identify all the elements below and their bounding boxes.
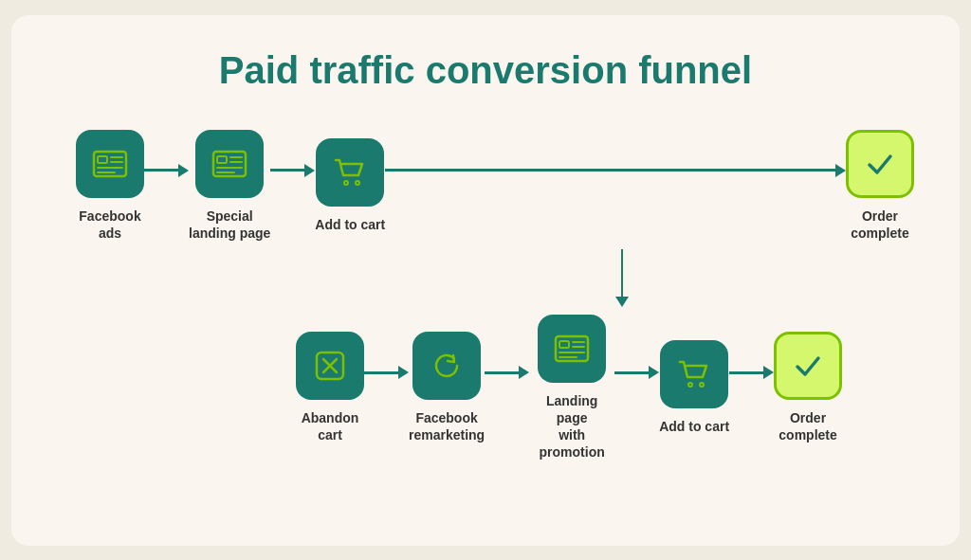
arrow-2 — [270, 164, 315, 177]
node-fb-remarketing: Facebookremarketing — [409, 332, 485, 443]
svg-rect-18 — [559, 341, 569, 348]
vertical-arrow-container — [57, 249, 914, 307]
landing-icon — [210, 144, 249, 184]
bottom-row: Abandoncart Facebookremarketing — [57, 315, 914, 461]
special-landing-icon-box — [195, 130, 264, 198]
svg-point-13 — [356, 181, 359, 185]
facebook-ads-label: Facebookads — [79, 208, 140, 242]
abandon-cart-label: Abandoncart — [302, 409, 359, 443]
node-abandon-cart: Abandoncart — [296, 332, 364, 443]
node-landing-promo: Landing pagewith promotion — [529, 315, 614, 461]
landing-promo-label: Landing pagewith promotion — [529, 392, 614, 461]
add-to-cart-2-label: Add to cart — [659, 418, 729, 435]
facebook-ads-icon-box — [76, 130, 144, 198]
node-add-to-cart-1: Add to cart — [315, 138, 385, 233]
node-special-landing: Speciallanding page — [189, 130, 270, 242]
node-order-complete-2: Ordercomplete — [774, 332, 842, 443]
cart-icon-2 — [674, 354, 714, 394]
arrow-5 — [614, 366, 659, 379]
svg-point-24 — [700, 383, 704, 387]
special-landing-label: Speciallanding page — [189, 208, 270, 242]
arrow-4 — [485, 366, 529, 379]
order-complete-2-icon-box — [774, 332, 842, 400]
page-title: Paid traffic conversion funnel — [219, 49, 752, 92]
arrow-6 — [729, 366, 774, 379]
landing-promo-icon — [552, 329, 592, 369]
add-to-cart-1-label: Add to cart — [315, 216, 385, 233]
funnel-container: Facebookads — [57, 130, 914, 461]
card: Paid traffic conversion funnel Facebooka… — [11, 15, 960, 546]
long-arrow — [385, 164, 846, 177]
svg-rect-7 — [217, 156, 227, 163]
ads-icon — [90, 144, 130, 184]
svg-point-23 — [688, 383, 692, 387]
node-order-complete-1: Ordercomplete — [846, 130, 914, 242]
order-complete-1-label: Ordercomplete — [851, 208, 908, 242]
fb-remarketing-label: Facebookremarketing — [409, 409, 485, 443]
node-add-to-cart-2: Add to cart — [659, 340, 729, 435]
arrow-3 — [364, 366, 409, 379]
check-icon-2 — [788, 346, 828, 386]
x-icon — [310, 346, 350, 386]
fb-remarketing-icon-box — [412, 332, 481, 400]
arrow-1 — [144, 164, 189, 177]
abandon-cart-icon-box — [296, 332, 364, 400]
landing-promo-icon-box — [538, 315, 606, 383]
cart-icon-1 — [330, 153, 370, 192]
top-row: Facebookads — [57, 130, 914, 242]
vertical-arrow — [615, 249, 629, 307]
order-complete-2-label: Ordercomplete — [779, 409, 836, 443]
svg-rect-1 — [98, 156, 107, 163]
order-complete-1-icon-box — [846, 130, 914, 198]
check-icon-1 — [860, 144, 900, 184]
refresh-icon — [427, 346, 467, 386]
add-to-cart-1-icon-box — [316, 138, 384, 207]
svg-point-12 — [344, 181, 348, 185]
node-facebook-ads: Facebookads — [76, 130, 144, 242]
add-to-cart-2-icon-box — [660, 340, 728, 408]
